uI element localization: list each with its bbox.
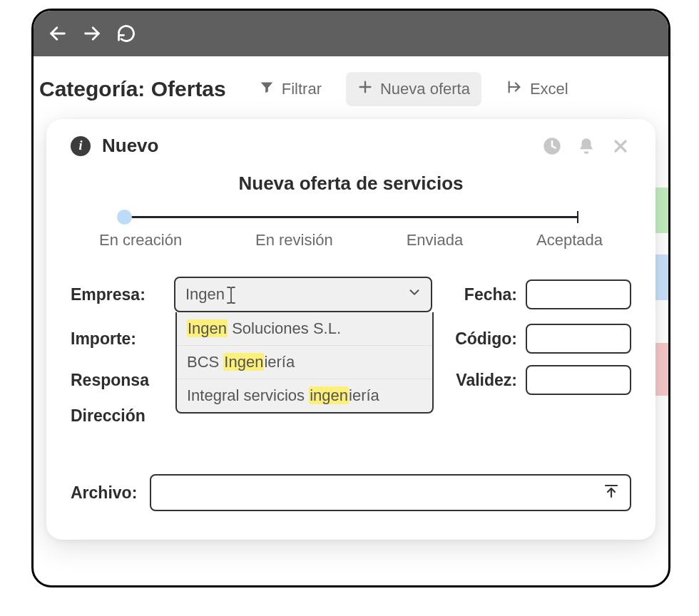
step-label: En revisión	[255, 231, 333, 250]
match-highlight: ingen	[309, 386, 349, 404]
offer-form: Empresa: Ingen Ingen Soluciones S.L. BCS…	[71, 277, 631, 511]
history-icon[interactable]	[541, 135, 563, 157]
excel-label: Excel	[530, 80, 568, 98]
label-direccion: Dirección	[71, 406, 167, 426]
bell-icon[interactable]	[576, 135, 597, 157]
codigo-input[interactable]	[526, 324, 631, 354]
reload-icon[interactable]	[116, 24, 136, 43]
forward-icon[interactable]	[82, 24, 102, 43]
match-highlight: Ingen	[187, 319, 228, 337]
validez-input[interactable]	[526, 365, 631, 395]
dropdown-option[interactable]: BCS Ingeniería	[177, 346, 432, 379]
label-fecha: Fecha:	[464, 285, 517, 304]
archivo-input[interactable]	[150, 474, 631, 511]
export-excel-button[interactable]: Excel	[494, 72, 580, 106]
dropdown-option[interactable]: Ingen Soluciones S.L.	[177, 312, 432, 346]
stepper-track[interactable]	[123, 216, 578, 218]
match-highlight: Ingen	[223, 353, 264, 371]
label-codigo: Código:	[455, 329, 517, 349]
modal-title: Nuevo	[102, 135, 158, 157]
upload-icon	[603, 483, 620, 503]
step-label: Enviada	[407, 231, 464, 250]
stepper	[123, 216, 578, 218]
label-archivo: Archivo:	[71, 483, 137, 503]
empresa-combobox[interactable]: Ingen Ingen Soluciones S.L. BCS Ingenier…	[174, 277, 432, 312]
empresa-dropdown: Ingen Soluciones S.L. BCS Ingeniería Int…	[175, 312, 434, 414]
browser-toolbar	[34, 11, 668, 56]
fecha-input[interactable]	[526, 279, 631, 309]
page-title: Categoría: Ofertas	[39, 77, 226, 101]
info-icon: i	[71, 136, 91, 156]
label-responsable: Responsa	[71, 371, 167, 390]
close-icon[interactable]	[610, 135, 631, 157]
new-offer-button[interactable]: Nueva oferta	[346, 72, 481, 106]
step-label: Aceptada	[536, 231, 603, 250]
stepper-knob[interactable]	[117, 210, 132, 225]
new-offer-label: Nueva oferta	[380, 80, 470, 98]
text-cursor-icon	[226, 286, 236, 303]
new-offer-modal: i Nuevo Nueva oferta de servicios	[46, 119, 655, 540]
label-validez: Validez:	[456, 371, 517, 390]
modal-subtitle: Nueva oferta de servicios	[71, 173, 631, 195]
chevron-down-icon	[407, 284, 422, 304]
filter-button[interactable]: Filtrar	[248, 72, 333, 106]
label-empresa: Empresa:	[71, 285, 167, 304]
step-label: En creación	[99, 231, 182, 250]
plus-icon	[357, 79, 373, 99]
filter-icon	[259, 79, 275, 99]
app-window: Categoría: Ofertas Filtrar Nueva oferta …	[31, 9, 670, 587]
stepper-labels: En creación En revisión Enviada Aceptada	[99, 231, 603, 250]
empresa-input-value: Ingen	[185, 285, 225, 304]
filter-label: Filtrar	[282, 80, 322, 98]
label-importe: Importe:	[71, 329, 167, 349]
export-icon	[506, 79, 523, 99]
dropdown-option[interactable]: Integral servicios ingeniería	[177, 379, 432, 412]
back-icon[interactable]	[48, 24, 68, 43]
page-header: Categoría: Ofertas Filtrar Nueva oferta …	[34, 56, 668, 119]
